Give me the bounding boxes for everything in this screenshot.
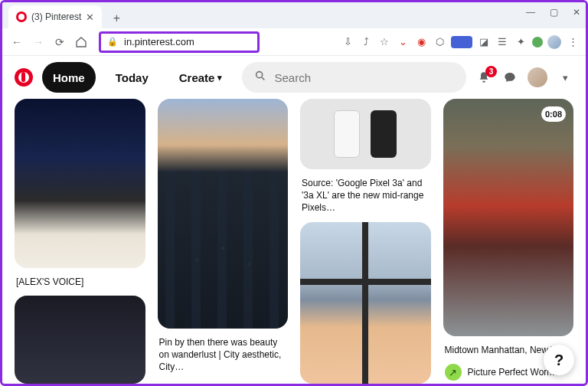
pin-card[interactable] — [15, 99, 145, 268]
bookmark-star-icon[interactable]: ☆ — [377, 35, 391, 49]
extension-icon[interactable] — [451, 36, 472, 48]
pin-card[interactable] — [15, 296, 145, 384]
extension-icon[interactable]: ◉ — [414, 35, 428, 49]
nav-home-label: Home — [53, 71, 85, 84]
nav-today-label: Today — [116, 71, 149, 84]
search-input[interactable] — [274, 71, 454, 84]
chat-icon — [504, 71, 516, 83]
share-icon[interactable]: ⤴ — [359, 35, 373, 49]
address-bar[interactable]: 🔒 in.pinterest.com — [99, 31, 260, 53]
svg-line-1 — [262, 77, 264, 80]
messages-button[interactable] — [501, 69, 518, 86]
window-maximize-button[interactable]: ▢ — [549, 7, 558, 18]
extensions-puzzle-icon[interactable]: ✦ — [514, 35, 528, 49]
feed-column: 0:08 Midtown Manhattan, New Yo… ↗ Pictur… — [443, 99, 574, 384]
extension-icon[interactable]: ⬡ — [433, 35, 446, 49]
nav-create-label: Create — [179, 71, 215, 84]
creator-name: Picture Perfect Worl… — [468, 367, 558, 378]
home-icon — [75, 36, 87, 48]
svg-point-0 — [256, 72, 263, 78]
nav-home-button[interactable]: Home — [42, 62, 96, 93]
notification-badge: 3 — [485, 66, 497, 77]
back-button[interactable]: ← — [8, 34, 25, 51]
feed-column: [ALEX'S VOICE] — [15, 99, 145, 384]
download-icon[interactable]: ⇩ — [341, 35, 354, 49]
window-controls: — ▢ ✕ — [526, 7, 581, 18]
feed-column: Source: 'Google Pixel 3a' and '3a XL' ar… — [300, 99, 431, 384]
window-close-button[interactable]: ✕ — [572, 7, 581, 18]
pin-card[interactable] — [300, 99, 431, 169]
forward-button[interactable]: → — [30, 34, 47, 51]
url-text: in.pinterest.com — [124, 36, 194, 47]
pocket-extension-icon[interactable]: ⌄ — [396, 35, 410, 49]
pin-card[interactable] — [300, 222, 431, 384]
pinterest-favicon-icon — [16, 11, 27, 22]
feed-column: Pin by then there was beauty on wanderlu… — [158, 99, 289, 384]
pinterest-logo-icon[interactable] — [15, 68, 33, 87]
reload-button[interactable]: ⟳ — [51, 34, 68, 51]
browser-titlebar: (3) Pinterest ✕ + — ▢ ✕ — [2, 2, 586, 28]
pin-card-video[interactable]: 0:08 — [443, 99, 574, 336]
pin-caption: [ALEX'S VOICE] — [15, 276, 145, 288]
pin-caption: Source: 'Google Pixel 3a' and '3a XL' ar… — [300, 177, 431, 214]
nav-today-button[interactable]: Today — [105, 62, 159, 93]
search-bar[interactable] — [242, 62, 466, 93]
nav-create-button[interactable]: Create▾ — [168, 62, 234, 93]
extension-icon[interactable]: ◪ — [477, 35, 491, 49]
user-avatar[interactable] — [528, 67, 547, 87]
account-menu-chevron-icon[interactable]: ▾ — [557, 69, 573, 86]
search-icon — [254, 70, 266, 85]
new-tab-button[interactable]: + — [106, 8, 126, 28]
browser-menu-button[interactable]: ⋮ — [566, 35, 580, 49]
pin-feed: [ALEX'S VOICE] Pin by then there was bea… — [2, 99, 586, 384]
home-button[interactable] — [73, 34, 90, 51]
notifications-button[interactable]: 3 — [475, 69, 492, 86]
lock-icon: 🔒 — [107, 37, 118, 47]
browser-tab[interactable]: (3) Pinterest ✕ — [8, 5, 102, 28]
tab-title: (3) Pinterest — [31, 11, 81, 22]
help-icon: ? — [554, 352, 564, 369]
profile-avatar-icon[interactable] — [547, 35, 561, 49]
reading-list-icon[interactable]: ☰ — [495, 35, 509, 49]
browser-toolbar: ← → ⟳ 🔒 in.pinterest.com ⇩ ⤴ ☆ ⌄ ◉ ⬡ ◪ ☰… — [2, 28, 586, 56]
extension-icon[interactable] — [532, 37, 543, 47]
pinterest-top-nav: Home Today Create▾ 3 ▾ — [2, 56, 586, 99]
pin-card[interactable] — [158, 99, 289, 329]
tab-close-icon[interactable]: ✕ — [86, 11, 94, 23]
creator-avatar-icon: ↗ — [445, 364, 462, 381]
phone-illustration-icon — [334, 110, 360, 158]
phone-illustration-icon — [371, 110, 397, 158]
chevron-down-icon: ▾ — [217, 73, 222, 83]
video-duration-badge: 0:08 — [541, 106, 566, 122]
help-fab-button[interactable]: ? — [544, 345, 574, 375]
window-minimize-button[interactable]: — — [526, 7, 535, 18]
pin-caption: Pin by then there was beauty on wanderlu… — [158, 336, 289, 374]
